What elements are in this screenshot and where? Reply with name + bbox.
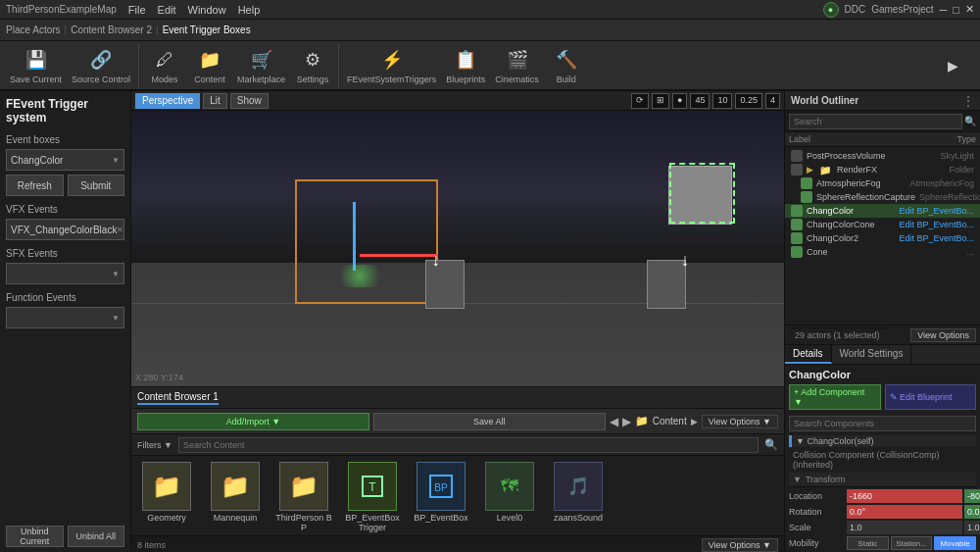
toolbar-save-current[interactable]: 💾 Save Current (6, 44, 66, 86)
menu-window[interactable]: Window (188, 4, 226, 16)
toolbar-source-control[interactable]: 🔗 Source Control (68, 44, 134, 86)
cb-path[interactable]: Content (653, 416, 687, 427)
cb-item-geometry-label: Geometry (147, 513, 186, 523)
outliner-options-icon[interactable]: ⋮ (962, 94, 974, 108)
mobility-movable[interactable]: Movable (934, 536, 976, 550)
toolbar-marketplace[interactable]: 🛒 Marketplace (233, 44, 289, 86)
cb-status: 8 items View Options ▼ (131, 535, 784, 552)
vp-ctrl-2[interactable]: ⊞ (652, 93, 669, 109)
menu-file[interactable]: File (128, 4, 146, 16)
details-tabs: Details World Settings (785, 345, 980, 365)
project-label: GamesProject (871, 4, 933, 15)
actor-count: 29 actors (1 selected) (789, 327, 886, 342)
outliner-search-input[interactable] (789, 114, 962, 129)
outline-list: PostProcessVolume SkyLight ▶ 📁 RenderFX … (785, 147, 980, 325)
cb-nav-forward[interactable]: ▶ (622, 415, 631, 428)
toolbar-more[interactable]: ▶ (931, 50, 974, 81)
refresh-button[interactable]: Refresh (6, 175, 64, 196)
cb-search-input[interactable] (178, 437, 759, 453)
viewport-lit-btn[interactable]: Lit (203, 93, 227, 109)
section-event-boxes: Event boxes (6, 134, 124, 145)
cb-save-all-btn[interactable]: Save All (373, 413, 606, 430)
vp-ctrl-1[interactable]: ⟳ (631, 93, 649, 109)
tab-world-settings[interactable]: World Settings (832, 345, 912, 364)
dropdown-event[interactable]: ChangColor ▼ (6, 149, 124, 171)
vp-ctrl-3[interactable]: ● (672, 93, 687, 109)
outline-type-5: Edit BP_EventBo... (899, 220, 974, 229)
cb-item-mannequin[interactable]: 📁 Mannequin (206, 462, 265, 523)
rotation-y[interactable] (964, 505, 980, 519)
viewport-canvas[interactable]: ↓ ↓ X:280 Y:174 (131, 111, 784, 386)
outline-item-changcolorcone[interactable]: ChangColorCone Edit BP_EventBo... (785, 218, 980, 231)
cb-item-sound[interactable]: 🎵 zaansSound (549, 462, 608, 523)
tab-event-trigger-boxes[interactable]: Event Trigger Boxes (163, 25, 251, 35)
dropdown-vfx[interactable]: VFX_ChangeColorBlack ✕ (6, 219, 124, 240)
location-y[interactable] (964, 489, 980, 503)
toolbar-build[interactable]: 🔨 Build (545, 44, 588, 86)
tab-content-browser[interactable]: Content Browser 2 (71, 25, 152, 35)
cb-item-geometry[interactable]: 📁 Geometry (137, 462, 196, 523)
cb-tab-label[interactable]: Content Browser 1 (137, 391, 219, 405)
scale-y[interactable] (964, 521, 980, 534)
dropdown-function[interactable]: ▼ (6, 307, 124, 328)
cb-item-thirdperson[interactable]: 📁 ThirdPerson BP (274, 462, 333, 532)
mobility-static[interactable]: Static (847, 536, 889, 550)
cb-status-view-options[interactable]: View Options ▼ (702, 538, 778, 552)
toolbar-feventsystem[interactable]: ⚡ FEventSystemTriggers (343, 44, 440, 86)
edit-blueprint-btn[interactable]: ✎ Edit Blueprint (885, 384, 977, 410)
toolbar-blueprints[interactable]: 📋 Blueprints (442, 44, 489, 86)
outline-item-atmosphericfog[interactable]: AtmosphericFog AtmosphericFog (785, 176, 980, 190)
window-maximize[interactable]: □ (953, 4, 959, 16)
viewport-show-btn[interactable]: Show (230, 93, 269, 109)
cb-path-expand[interactable]: ▶ (691, 417, 698, 427)
toolbar-modes[interactable]: 🖊 Modes (143, 44, 186, 86)
cb-item-bp-eventbox-trigger[interactable]: T BP_EventBox Trigger (343, 462, 402, 532)
outline-item-spherereflection[interactable]: SphereReflectionCapture SphereReflection… (785, 190, 980, 204)
outline-vis-6 (791, 232, 803, 244)
location-x[interactable] (847, 489, 962, 503)
cb-nav-back[interactable]: ◀ (610, 415, 618, 428)
cb-view-options[interactable]: View Options ▼ (702, 415, 778, 428)
window-minimize[interactable]: ─ (940, 4, 948, 16)
outline-vis-4 (791, 205, 803, 217)
cb-item-level[interactable]: 🗺 Level0 (480, 462, 539, 523)
dropdown-sfx[interactable]: ▼ (6, 263, 124, 284)
outline-type-3: SphereReflection... (919, 192, 980, 202)
toolbar-cinematics[interactable]: 🎬 Cinematics (491, 44, 543, 86)
cb-status-view-btn[interactable]: View Options ▼ (702, 538, 778, 552)
menu-help[interactable]: Help (238, 4, 261, 16)
component-self[interactable]: ▼ ChangColor(self) (789, 435, 976, 447)
outline-item-changcolor[interactable]: ChangColor Edit BP_EventBo... (785, 204, 980, 218)
unbind-current-button[interactable]: Unbind Current (6, 526, 64, 547)
cb-filter-btn[interactable]: Filters ▼ (137, 440, 172, 450)
unbind-all-button[interactable]: Unbind All (68, 526, 125, 547)
add-component-btn[interactable]: + Add Component ▼ (789, 384, 881, 410)
cb-item-bp-eventbox[interactable]: BP BP_EventBox (412, 462, 470, 523)
save-icon: 💾 (23, 46, 50, 74)
mobility-stationary[interactable]: Station... (891, 536, 933, 550)
tab-details[interactable]: Details (785, 345, 832, 364)
outline-item-renderfx[interactable]: ▶ 📁 RenderFX Folder (785, 163, 980, 176)
toolbar-content[interactable]: 📁 Content (188, 44, 231, 86)
outline-item-more[interactable]: Cone ... (785, 245, 980, 259)
viewport-perspective-btn[interactable]: Perspective (135, 93, 200, 109)
outliner-view-options-btn[interactable]: View Options (910, 328, 976, 342)
toolbar-settings[interactable]: ⚙ Settings (291, 44, 334, 86)
feventsystem-icon: ⚡ (378, 46, 406, 74)
bottom-buttons: Unbind Current Unbind All (6, 526, 124, 547)
outline-item-changcolor2[interactable]: ChangColor2 Edit BP_EventBo... (785, 231, 980, 245)
cb-search-icon[interactable]: 🔍 (764, 438, 778, 451)
cb-view-options-btn[interactable]: View Options ▼ (702, 415, 778, 428)
menu-edit[interactable]: Edit (158, 4, 176, 16)
scale-x[interactable] (847, 521, 962, 534)
tab-place-actors[interactable]: Place Actors (6, 25, 61, 35)
rotation-x[interactable] (847, 505, 962, 519)
search-components-input[interactable] (789, 416, 976, 431)
app-title: ThirdPersonExampleMap (6, 4, 117, 15)
window-close[interactable]: ✕ (965, 3, 974, 16)
outline-item-postprocess[interactable]: PostProcessVolume SkyLight (785, 149, 980, 163)
outline-vis-2 (801, 177, 812, 189)
cb-item-mannequin-label: Mannequin (214, 513, 258, 523)
cb-add-import-btn[interactable]: Add/Import ▼ (137, 413, 369, 430)
submit-button[interactable]: Submit (68, 175, 125, 196)
